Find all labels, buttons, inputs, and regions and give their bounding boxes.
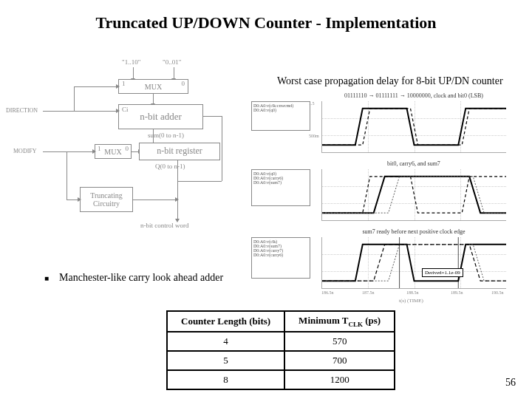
- derived-annotation: Derived=1.1e-09: [422, 268, 463, 277]
- slide-title: Truncated UP/DOWN Counter - Implementati…: [0, 13, 532, 33]
- plot3-title: sum7 ready before next positive clock ed…: [321, 228, 506, 235]
- mux2-sel0: 0: [126, 146, 129, 153]
- wire: [203, 116, 222, 117]
- table-header-len: Counter Length (bits): [167, 311, 284, 332]
- adder-ci: Ci: [122, 106, 129, 114]
- arrow-icon: [66, 200, 78, 200]
- control-word-label: n-bit control word: [140, 222, 189, 229]
- adder-label: n-bit adder: [140, 112, 182, 122]
- const-left-label: "1..10": [122, 58, 140, 66]
- xtick: 186.5n: [321, 290, 334, 295]
- arrow-icon: [153, 129, 154, 144]
- table-row: 4 570: [167, 332, 395, 351]
- cell-len: 8: [167, 370, 284, 389]
- xtick: 189.5n: [451, 290, 463, 295]
- arrow-icon: [43, 111, 117, 112]
- th2b: (ps): [363, 315, 381, 326]
- arrow-icon: [177, 160, 178, 219]
- ytick: 1.5: [309, 101, 315, 106]
- truncating-box: Truncating Circuitry: [80, 187, 133, 212]
- th2a: Minimum T: [299, 315, 348, 326]
- xtick: 188.5n: [406, 290, 419, 295]
- truncating-label: Truncating Circuitry: [90, 191, 123, 208]
- xtick: 187.5n: [362, 290, 375, 295]
- table-row: 5 700: [167, 351, 395, 370]
- legend-row: D0:A0:v(sum7): [253, 180, 308, 185]
- cell-len: 5: [167, 351, 284, 370]
- table-row: 8 1200: [167, 370, 395, 389]
- cell-len: 4: [167, 332, 284, 351]
- adder-box: Ci n-bit adder: [118, 104, 203, 129]
- plot1-title: 01111110 → 01111111 → 10000000, clock an…: [321, 92, 506, 99]
- table-header-tclk: Minimum TCLK (ps): [284, 311, 395, 332]
- tclk-table: Counter Length (bits) Minimum TCLK (ps) …: [166, 310, 395, 390]
- wire: [66, 151, 67, 200]
- waveform-caption: Worst case propagation delay for 8-bit U…: [277, 75, 503, 87]
- const-right-label: "0..01": [163, 58, 181, 66]
- wire: [177, 181, 222, 182]
- direction-label: DIRECTION: [6, 107, 38, 114]
- arrow-icon: [74, 86, 117, 87]
- ytick: 500m: [309, 134, 319, 138]
- wire: [222, 116, 222, 181]
- plot3: Derived=1.1e-09: [321, 237, 506, 289]
- bullet-item: ■ Manchester-like carry look ahead adder: [44, 272, 236, 285]
- page-number: 56: [505, 377, 516, 389]
- legend-row: D0:A0:v(carry6): [253, 253, 308, 257]
- plot1-legend: D0:A0:v(clk:cnwcmd) D0:A0:v(q0): [251, 101, 310, 131]
- arrow-icon: [153, 94, 154, 104]
- arrow-icon: [133, 67, 134, 79]
- mux2-sel1: 1: [98, 146, 101, 153]
- arrow-icon: [133, 200, 176, 200]
- arrow-icon: [174, 67, 174, 79]
- plot2-title: bit0, carry6, and sum7: [321, 160, 506, 167]
- bullet-icon: ■: [44, 272, 49, 285]
- mux1-label: MUX: [145, 83, 162, 91]
- mux1-sel1: 1: [122, 81, 126, 88]
- reg-out-label: Q(0 to n-1): [155, 163, 185, 170]
- register-box: n-bit register: [139, 143, 220, 160]
- mux2-label: MUX: [104, 148, 121, 156]
- arrow-icon: [43, 151, 93, 152]
- wire: [74, 86, 75, 111]
- cell-tclk: 1200: [284, 370, 395, 389]
- block-diagram: "1..10" "0..01" 1 MUX 0 Ci n-bit adder s…: [44, 63, 229, 255]
- plot1: [321, 101, 506, 153]
- cell-tclk: 700: [284, 351, 395, 370]
- legend-row: D0:A0:v(q0): [253, 108, 308, 112]
- mux2-box: 1 MUX 0: [95, 144, 132, 159]
- xlabel: t(s) (TIME): [399, 298, 423, 304]
- cell-tclk: 570: [284, 332, 395, 351]
- mux1-sel0: 0: [182, 81, 185, 88]
- register-label: n-bit register: [157, 146, 202, 156]
- plot2-legend: D0:A0:v(q0) D0:A0:v(carry6) D0:A0:v(sum7…: [251, 169, 310, 206]
- waveform-panel: 01111110 → 01111111 → 10000000, clock an…: [251, 92, 510, 299]
- arrow-icon: [132, 151, 139, 152]
- xtick: 190.5n: [491, 290, 504, 295]
- th2sub: CLK: [348, 321, 363, 328]
- plot3-legend: D0:A0:v(clk) D0:A0:v(sum7) D0:A0:v(carry…: [251, 237, 310, 279]
- bullet-text: Manchester-like carry look ahead adder: [59, 272, 223, 285]
- modify-label: MODIFY: [13, 148, 37, 154]
- plot2: [321, 169, 506, 221]
- mux1-box: 1 MUX 0: [118, 79, 188, 94]
